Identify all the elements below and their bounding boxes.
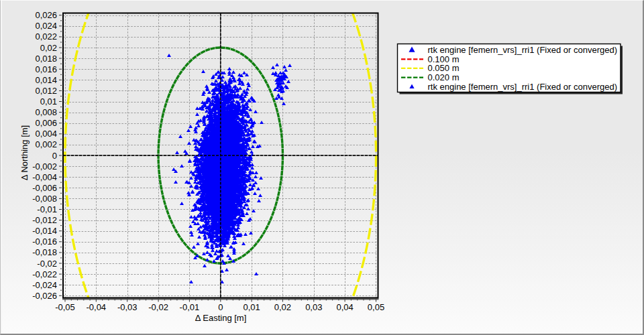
svg-text:-0,03: -0,03	[117, 302, 138, 312]
svg-text:-0,002: -0,002	[32, 161, 57, 172]
svg-text:-0,018: -0,018	[32, 247, 57, 257]
svg-text:0,008: 0,008	[35, 107, 57, 117]
svg-text:0,02: 0,02	[40, 43, 57, 53]
svg-text:-0,016: -0,016	[32, 237, 57, 247]
svg-text:-0,01: -0,01	[37, 204, 57, 214]
svg-text:0,016: 0,016	[35, 64, 57, 74]
svg-text:0,014: 0,014	[35, 75, 57, 85]
svg-text:0,004: 0,004	[35, 129, 57, 139]
svg-text:0,04: 0,04	[336, 302, 353, 312]
svg-text:0,024: 0,024	[35, 21, 57, 31]
svg-text:0: 0	[218, 302, 223, 312]
svg-text:Δ Easting [m]: Δ Easting [m]	[195, 313, 247, 323]
svg-text:0,02: 0,02	[274, 302, 291, 312]
svg-text:-0,014: -0,014	[32, 226, 57, 236]
svg-text:-0,004: -0,004	[32, 172, 57, 182]
svg-text:0,018: 0,018	[35, 54, 57, 64]
svg-text:-0,024: -0,024	[32, 280, 57, 290]
svg-text:-0,006: -0,006	[32, 183, 57, 193]
svg-text:-0,012: -0,012	[32, 215, 57, 225]
svg-text:0,01: 0,01	[243, 302, 260, 312]
svg-text:0,012: 0,012	[35, 86, 57, 96]
svg-text:0,03: 0,03	[305, 302, 322, 312]
svg-text:0.020 m: 0.020 m	[428, 72, 460, 82]
svg-text:Δ Northing [m]: Δ Northing [m]	[19, 125, 30, 180]
svg-text:0,05: 0,05	[368, 302, 384, 312]
svg-text:-0,022: -0,022	[32, 269, 57, 279]
svg-text:0: 0	[52, 151, 57, 161]
svg-text:rtk engine [femern_vrs]_rri1 (: rtk engine [femern_vrs]_rri1 (Fixed or c…	[428, 82, 618, 92]
svg-text:-0,026: -0,026	[32, 291, 57, 301]
svg-text:0,026: 0,026	[35, 10, 57, 20]
svg-text:-0,02: -0,02	[37, 259, 57, 269]
svg-text:-0,01: -0,01	[180, 302, 200, 312]
svg-text:-0,04: -0,04	[86, 302, 106, 312]
svg-text:0,022: 0,022	[35, 31, 57, 42]
svg-text:0,01: 0,01	[40, 96, 57, 107]
svg-text:-0,008: -0,008	[32, 194, 57, 204]
svg-text:-0,02: -0,02	[148, 302, 168, 312]
svg-text:0,002: 0,002	[35, 139, 57, 149]
svg-text:rtk engine [femern_vrs]_rri1 (: rtk engine [femern_vrs]_rri1 (Fixed or c…	[428, 45, 618, 55]
svg-text:-0,05: -0,05	[55, 302, 75, 312]
svg-text:0,006: 0,006	[35, 118, 57, 128]
